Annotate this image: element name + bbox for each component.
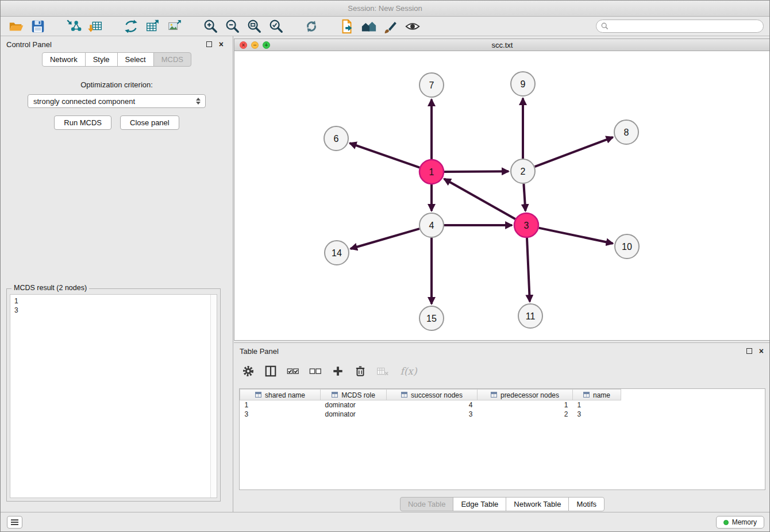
search-field[interactable] <box>596 20 764 33</box>
tab-select[interactable]: Select <box>117 52 154 67</box>
table-row[interactable]: 1dominator411 <box>240 400 621 410</box>
eye-icon <box>405 18 421 34</box>
float-panel-icon[interactable] <box>206 41 212 47</box>
table-cell[interactable]: 2 <box>478 410 573 419</box>
show-hide-button[interactable] <box>402 18 424 35</box>
export-document-button[interactable] <box>336 18 358 35</box>
zoom-out-button[interactable] <box>221 18 243 35</box>
table-cell[interactable]: dominator <box>321 400 387 410</box>
tab-network[interactable]: Network <box>42 52 86 67</box>
graph-node-10[interactable]: 10 <box>615 234 639 259</box>
tab-network-table[interactable]: Network Table <box>506 497 569 511</box>
graph-node-8[interactable]: 8 <box>614 120 638 144</box>
graph-node-6[interactable]: 6 <box>324 126 348 151</box>
table-cell[interactable]: dominator <box>321 410 387 419</box>
network-graph[interactable]: 7968124314101511 <box>234 51 770 341</box>
save-session-button[interactable] <box>27 18 49 35</box>
deselect-all-columns-button[interactable] <box>309 365 322 377</box>
apply-layout-button[interactable] <box>301 18 322 35</box>
graph-node-11[interactable]: 11 <box>518 304 542 328</box>
delete-table-button[interactable] <box>376 365 389 377</box>
svg-text:15: 15 <box>426 314 437 323</box>
mcds-result-list[interactable]: 13 <box>10 294 217 498</box>
search-input[interactable] <box>611 22 759 31</box>
graph-edge-3-10[interactable] <box>539 228 613 244</box>
zoom-fit-button[interactable] <box>243 18 265 35</box>
graph-node-1[interactable]: 1 <box>419 160 444 184</box>
apply-style-button[interactable] <box>380 18 402 35</box>
network-window-titlebar[interactable]: × – + scc.txt <box>234 39 770 51</box>
graph-edge-4-14[interactable] <box>351 229 419 249</box>
table-toolbar: f(x) <box>242 361 418 381</box>
import-table-button[interactable] <box>84 18 106 35</box>
export-image-button[interactable] <box>164 18 186 35</box>
import-network-icon <box>66 18 82 34</box>
show-columns-button[interactable] <box>264 365 277 377</box>
window-title: Session: New Session <box>348 4 422 13</box>
close-table-panel-icon[interactable]: × <box>759 346 764 356</box>
criterion-dropdown[interactable]: strongly connected component <box>28 94 206 108</box>
import-network-button[interactable] <box>63 18 84 35</box>
result-scrollbar[interactable] <box>210 295 217 498</box>
graph-node-4[interactable]: 4 <box>419 213 444 237</box>
graph-node-14[interactable]: 14 <box>325 241 349 265</box>
graph-node-3[interactable]: 3 <box>514 213 538 237</box>
graph-node-9[interactable]: 9 <box>511 72 535 96</box>
column-header-name[interactable]: name <box>573 390 621 400</box>
open-session-button[interactable] <box>5 18 27 35</box>
close-panel-icon[interactable]: × <box>219 39 224 49</box>
graph-node-15[interactable]: 15 <box>419 306 444 330</box>
zoom-selected-button[interactable] <box>265 18 287 35</box>
run-mcds-button[interactable]: Run MCDS <box>54 115 111 130</box>
graph-edge-3-11[interactable] <box>527 238 530 302</box>
table-cell[interactable]: 3 <box>573 410 621 419</box>
zoom-window-button[interactable]: + <box>263 41 270 49</box>
new-table-button[interactable] <box>142 18 164 35</box>
network-canvas[interactable]: 7968124314101511 <box>234 51 770 340</box>
column-header-mcds-role[interactable]: MCDS role <box>321 390 387 400</box>
table-cell[interactable]: 4 <box>387 400 478 410</box>
table-cell[interactable]: 3 <box>240 410 321 419</box>
zoom-fit-icon <box>246 18 262 34</box>
graph-edge-3-1[interactable] <box>444 179 515 219</box>
tab-node-table[interactable]: Node Table <box>400 497 454 511</box>
panel-menu-button[interactable] <box>7 516 22 529</box>
graph-edge-1-2[interactable] <box>444 171 509 172</box>
column-header-successor-nodes[interactable]: successor nodes <box>387 390 478 400</box>
tab-mcds[interactable]: MCDS <box>153 52 191 67</box>
tab-style[interactable]: Style <box>85 52 118 67</box>
memory-label: Memory <box>732 518 757 526</box>
table-cell[interactable]: 1 <box>478 400 573 410</box>
delete-column-button[interactable] <box>354 365 367 377</box>
window-titlebar[interactable]: Session: New Session <box>1 1 769 17</box>
add-column-button[interactable] <box>332 365 344 377</box>
graph-edge-2-3[interactable] <box>523 184 525 211</box>
graph-node-2[interactable]: 2 <box>511 159 535 183</box>
select-all-columns-button[interactable] <box>287 365 299 377</box>
graph-node-7[interactable]: 7 <box>419 73 444 97</box>
table-cell[interactable]: 1 <box>240 400 321 410</box>
table-cell[interactable]: 3 <box>387 410 478 419</box>
column-header-predecessor-nodes[interactable]: predecessor nodes <box>478 390 573 400</box>
float-table-panel-icon[interactable] <box>746 348 752 354</box>
svg-text:8: 8 <box>624 128 629 137</box>
home-views-button[interactable] <box>358 18 380 35</box>
memory-button[interactable]: Memory <box>716 516 764 529</box>
zoom-in-button[interactable] <box>199 18 221 35</box>
tab-edge-table[interactable]: Edge Table <box>453 497 506 511</box>
zoom-selected-icon <box>268 18 284 34</box>
column-header-shared-name[interactable]: shared name <box>240 390 321 400</box>
table-options-button[interactable] <box>242 365 255 377</box>
new-network-button[interactable] <box>120 18 142 35</box>
table-row[interactable]: 3dominator323 <box>240 410 621 419</box>
network-view-window: × – + scc.txt 7968124314101511 <box>234 38 770 341</box>
minimize-window-button[interactable]: – <box>251 41 259 49</box>
close-panel-button[interactable]: Close panel <box>120 115 179 130</box>
graph-edge-2-8[interactable] <box>535 137 613 167</box>
paintbrush-icon <box>383 18 399 34</box>
close-window-button[interactable]: × <box>240 41 247 49</box>
table-cell[interactable]: 1 <box>573 400 621 410</box>
graph-edge-1-6[interactable] <box>350 143 420 168</box>
tab-motifs[interactable]: Motifs <box>568 497 605 511</box>
function-builder-button[interactable]: f(x) <box>399 365 418 377</box>
